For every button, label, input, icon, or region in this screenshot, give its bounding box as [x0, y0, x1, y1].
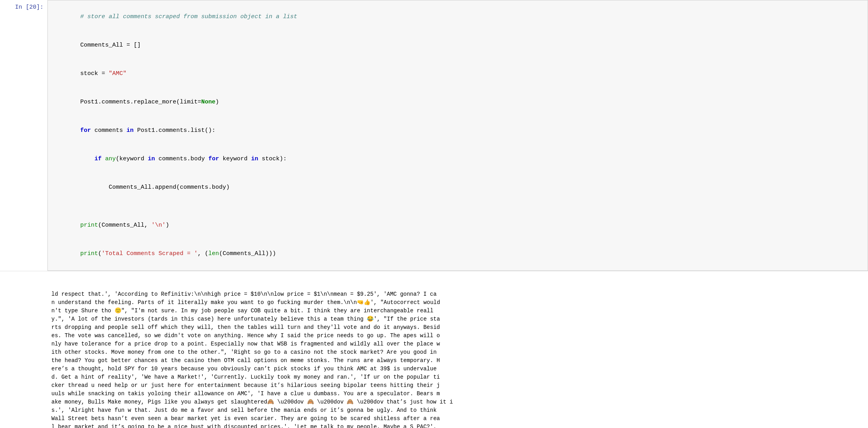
- code-print2-pre: ('Total Comments Scraped = ', (: [98, 250, 208, 257]
- code-comments-var: comments: [91, 127, 126, 134]
- comment-text: # store all comments scraped from submis…: [80, 13, 297, 20]
- code-stock-pre: stock =: [80, 70, 109, 77]
- kw-if: if: [94, 156, 102, 162]
- output-comments-text: ld respect that.', 'According to Refinit…: [51, 290, 864, 428]
- kw-print1: print: [80, 222, 98, 229]
- code-line-blank: [52, 202, 864, 211]
- code-line-2: Comments_All = []: [52, 31, 864, 60]
- code-text-2: Comments_All = []: [80, 42, 141, 49]
- code-line-9: print(Comments_All, '\n'): [52, 211, 864, 240]
- kw-for: for: [80, 127, 91, 134]
- cell-code-content[interactable]: # store all comments scraped from submis…: [47, 0, 868, 271]
- notebook-container: In [20]: # store all comments scraped fr…: [0, 0, 868, 428]
- kw-any: any: [105, 156, 116, 162]
- kw-in2: in: [148, 156, 155, 162]
- code-line-3: stock = "AMC": [52, 60, 864, 88]
- code-line-10: print('Total Comments Scraped = ', (len(…: [52, 240, 864, 268]
- code-line-6: if any(keyword in comments.body for keyw…: [52, 145, 864, 173]
- kw-for2: for: [208, 156, 219, 162]
- output-cell-20: ld respect that.', 'According to Refinit…: [0, 271, 868, 428]
- code-stock-string: "AMC": [109, 70, 126, 77]
- code-any-args: (keyword: [116, 156, 148, 162]
- code-indent-if: [80, 156, 94, 162]
- code-cell-20: In [20]: # store all comments scraped fr…: [0, 0, 868, 271]
- output-text: ld respect that.', 'According to Refinit…: [47, 271, 868, 428]
- code-print1-args: (Comments_All, '\n'): [98, 222, 169, 229]
- code-stock-ref: stock):: [258, 156, 287, 162]
- code-list-call: Post1.comments.list():: [134, 127, 215, 134]
- kw-print2: print: [80, 250, 98, 257]
- code-line-comment: # store all comments scraped from submis…: [52, 3, 864, 31]
- code-body: comments.body: [155, 156, 208, 162]
- code-print2-post: (Comments_All))): [219, 250, 276, 257]
- kw-in: in: [126, 127, 134, 134]
- kw-in3: in: [251, 156, 258, 162]
- kw-len: len: [208, 250, 219, 257]
- cell-prompt: In [20]:: [0, 0, 47, 271]
- code-line-4: Post1.comments.replace_more(limit=None): [52, 88, 864, 116]
- code-keyword: keyword: [219, 156, 251, 162]
- code-space: [102, 156, 105, 162]
- code-append: Comments_All.append(comments.body): [80, 184, 230, 191]
- code-replace-more: Post1.comments.replace_more(limit=None): [80, 99, 219, 105]
- code-line-7: Comments_All.append(comments.body): [52, 173, 864, 202]
- output-prompt: [0, 271, 47, 428]
- code-line-5: for comments in Post1.comments.list():: [52, 116, 864, 145]
